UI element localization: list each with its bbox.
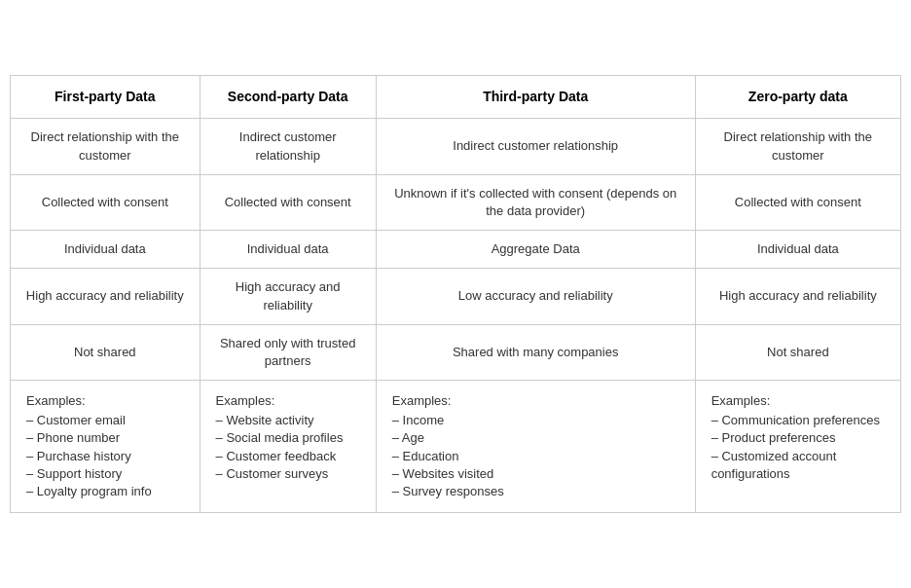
cell-row3-col3: High accuracy and reliability [695, 269, 900, 324]
list-item: – Social media profiles [216, 429, 360, 447]
cell-row4-col2: Shared with many companies [376, 324, 695, 380]
cell-row4-col3: Not shared [695, 324, 900, 380]
list-item: – Income [392, 412, 679, 429]
examples-title: Examples: [216, 392, 360, 410]
cell-row3-col1: High accuracy and reliability [200, 269, 376, 324]
examples-title: Examples: [26, 392, 184, 410]
table-row: High accuracy and reliabilityHigh accura… [11, 269, 901, 324]
table-row: Direct relationship with the customerInd… [11, 119, 901, 174]
table-wrapper: First-party Data Second-party Data Third… [0, 65, 911, 523]
cell-row1-col2: Unknown if it's collected with consent (… [376, 174, 695, 230]
header-zero-party: Zero-party data [695, 75, 900, 119]
list-item: – Website activity [216, 412, 360, 429]
comparison-table: First-party Data Second-party Data Third… [10, 75, 901, 513]
table-row: Collected with consentCollected with con… [11, 174, 901, 230]
list-item: – Age [392, 429, 679, 447]
cell-row0-col0: Direct relationship with the customer [11, 119, 200, 174]
header-row: First-party Data Second-party Data Third… [11, 75, 901, 119]
list-item: – Customer feedback [216, 448, 360, 465]
list-item: – Communication preferences [711, 412, 885, 429]
list-item: – Customized account configurations [711, 448, 885, 483]
cell-row4-col1: Shared only with trusted partners [200, 324, 376, 380]
list-item: – Education [392, 448, 679, 465]
cell-row2-col0: Individual data [11, 231, 200, 269]
cell-row1-col1: Collected with consent [200, 174, 376, 230]
header-second-party: Second-party Data [200, 75, 376, 119]
list-item: – Customer surveys [216, 465, 360, 483]
examples-cell-col0: Examples:– Customer email– Phone number–… [11, 381, 200, 513]
examples-list: – Website activity– Social media profile… [216, 412, 360, 483]
list-item: – Customer email [26, 412, 184, 429]
examples-title: Examples: [711, 392, 885, 410]
examples-list: – Income– Age– Education– Websites visit… [392, 412, 679, 500]
cell-row1-col3: Collected with consent [695, 174, 900, 230]
examples-cell-col3: Examples:– Communication preferences– Pr… [695, 381, 900, 513]
examples-cell-col2: Examples:– Income– Age– Education– Websi… [376, 381, 695, 513]
cell-row1-col0: Collected with consent [11, 174, 200, 230]
list-item: – Survey responses [392, 483, 679, 500]
list-item: – Phone number [26, 429, 184, 447]
cell-row2-col1: Individual data [200, 231, 376, 269]
list-item: – Loyalty program info [26, 483, 184, 500]
examples-cell-col1: Examples:– Website activity– Social medi… [200, 381, 376, 513]
cell-row4-col0: Not shared [11, 324, 200, 380]
examples-list: – Customer email– Phone number– Purchase… [26, 412, 184, 500]
list-item: – Product preferences [711, 429, 885, 447]
examples-row: Examples:– Customer email– Phone number–… [11, 381, 901, 513]
cell-row0-col1: Indirect customer relationship [200, 119, 376, 174]
list-item: – Websites visited [392, 465, 679, 483]
list-item: – Purchase history [26, 448, 184, 465]
table-row: Individual dataIndividual dataAggregate … [11, 231, 901, 269]
cell-row3-col0: High accuracy and reliability [11, 269, 200, 324]
header-third-party: Third-party Data [376, 75, 695, 119]
examples-list: – Communication preferences– Product pre… [711, 412, 885, 483]
cell-row0-col2: Indirect customer relationship [376, 119, 695, 174]
examples-title: Examples: [392, 392, 679, 410]
table-row: Not sharedShared only with trusted partn… [11, 324, 901, 380]
cell-row2-col3: Individual data [695, 231, 900, 269]
cell-row0-col3: Direct relationship with the customer [695, 119, 900, 174]
cell-row3-col2: Low accuracy and reliability [376, 269, 695, 324]
header-first-party: First-party Data [11, 75, 200, 119]
list-item: – Support history [26, 465, 184, 483]
cell-row2-col2: Aggregate Data [376, 231, 695, 269]
